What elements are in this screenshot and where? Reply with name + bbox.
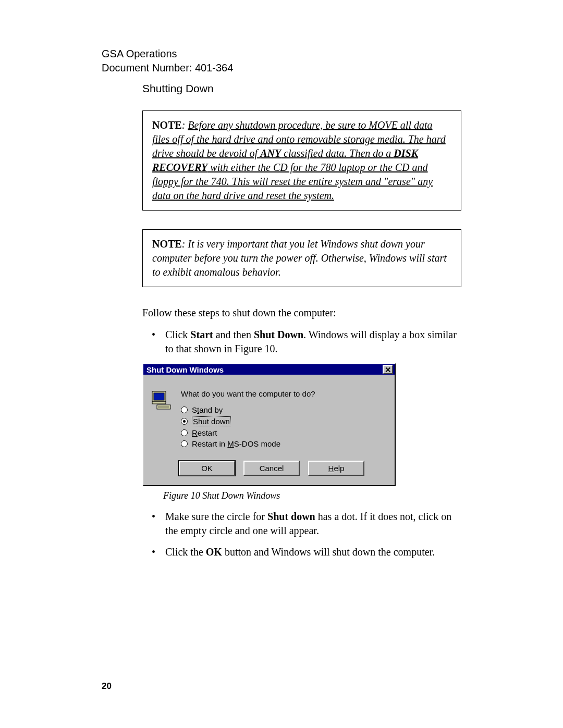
note-separator: :: [182, 238, 188, 250]
dialog-options: What do you want the computer to do? Sta…: [181, 389, 384, 450]
note2-text: It is very important that you let Window…: [152, 238, 447, 278]
dialog-buttons: OK Cancel Help: [143, 455, 395, 485]
note1-any: ANY: [260, 147, 281, 159]
step3-b1: OK: [206, 546, 222, 558]
option-label: Restart: [192, 428, 217, 437]
radio-icon: [181, 418, 188, 425]
steps-list-2: Make sure the circle for Shut down has a…: [142, 510, 461, 559]
step-1: Click Start and then Shut Down. Windows …: [142, 328, 461, 356]
note1-part2: classified data. Then do a: [281, 147, 394, 159]
step1-b1: Start: [190, 329, 213, 340]
option-standby[interactable]: Stand by: [181, 405, 384, 414]
step-3: Click the OK button and Windows will shu…: [142, 545, 461, 559]
option-restart[interactable]: Restart: [181, 428, 384, 437]
option-label: Restart in MS-DOS mode: [192, 439, 280, 448]
follow-text: Follow these steps to shut down the comp…: [142, 306, 461, 319]
step3-t2: button and Windows will shut down the co…: [222, 546, 435, 558]
step1-t2: and then: [213, 329, 254, 340]
option-msdos[interactable]: Restart in MS-DOS mode: [181, 439, 384, 448]
dialog-body: What do you want the computer to do? Sta…: [143, 375, 395, 455]
step2-t1: Make sure the circle for: [165, 511, 267, 522]
header-org: GSA Operations: [102, 47, 461, 61]
radio-icon: [181, 429, 188, 436]
steps-list: Click Start and then Shut Down. Windows …: [142, 328, 461, 356]
shutdown-dialog: Shut Down Windows ✕ What d: [142, 363, 396, 486]
section-title: Shutting Down: [142, 82, 461, 95]
close-icon: ✕: [385, 366, 391, 374]
dialog-prompt: What do you want the computer to do?: [181, 389, 384, 398]
dialog-title: Shut Down Windows: [146, 365, 224, 374]
note-label: NOTE: [152, 119, 182, 131]
page-number: 20: [102, 681, 112, 692]
ok-button[interactable]: OK: [179, 461, 235, 476]
dialog-titlebar: Shut Down Windows ✕: [143, 364, 395, 375]
radio-icon: [181, 440, 188, 447]
step1-b2: Shut Down: [254, 329, 303, 340]
content-area: NOTE: Before any shutdown procedure, be …: [142, 110, 461, 559]
note-label: NOTE: [152, 238, 182, 250]
cancel-button[interactable]: Cancel: [243, 461, 300, 476]
close-button[interactable]: ✕: [383, 365, 393, 374]
note-separator: :: [182, 119, 188, 131]
radio-icon: [181, 406, 188, 413]
header-doc-number: Document Number: 401-364: [102, 61, 461, 75]
help-button[interactable]: Help: [308, 461, 364, 476]
computer-icon: [151, 389, 172, 410]
option-shutdown[interactable]: Shut down: [181, 416, 384, 426]
svg-rect-1: [154, 393, 164, 400]
option-label: Shut down: [192, 416, 231, 426]
step-2: Make sure the circle for Shut down has a…: [142, 510, 461, 538]
step3-t1: Click the: [165, 546, 206, 558]
note-box-1: NOTE: Before any shutdown procedure, be …: [142, 110, 461, 211]
step1-t1: Click: [165, 329, 190, 340]
figure-caption: Figure 10 Shut Down Windows: [163, 490, 461, 501]
option-label: Stand by: [192, 405, 223, 414]
step2-b1: Shut down: [267, 511, 315, 522]
svg-rect-2: [152, 402, 166, 404]
note-box-2: NOTE: It is very important that you let …: [142, 229, 461, 287]
figure-10: Shut Down Windows ✕ What d: [142, 363, 461, 486]
document-page: GSA Operations Document Number: 401-364 …: [0, 0, 563, 728]
